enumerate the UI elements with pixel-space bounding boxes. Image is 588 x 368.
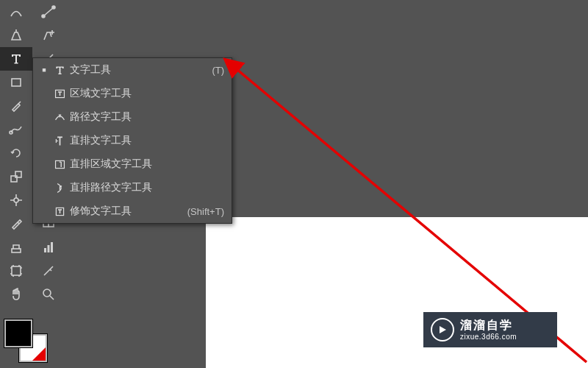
path-type-icon bbox=[49, 111, 70, 124]
svg-point-0 bbox=[42, 15, 45, 18]
flyout-item-vertical-type[interactable]: 直排文字工具 bbox=[33, 129, 232, 152]
tool-rectangle[interactable] bbox=[0, 71, 32, 94]
area-type-icon bbox=[49, 88, 70, 100]
svg-rect-12 bbox=[51, 242, 53, 252]
vertical-type-icon bbox=[49, 135, 70, 147]
flyout-label: 路径文字工具 bbox=[70, 110, 224, 124]
flyout-item-vertical-area-type[interactable]: 直排区域文字工具 bbox=[33, 152, 232, 176]
flyout-label: 直排区域文字工具 bbox=[70, 158, 224, 171]
svg-point-6 bbox=[14, 198, 18, 202]
vertical-path-type-icon bbox=[49, 182, 70, 194]
vertical-area-type-icon bbox=[49, 158, 70, 171]
tool-slice[interactable] bbox=[32, 259, 65, 283]
svg-rect-13 bbox=[12, 266, 21, 275]
flyout-item-type[interactable]: ■ 文字工具 (T) bbox=[33, 58, 232, 82]
tool-symbol-sprayer[interactable] bbox=[0, 236, 32, 259]
svg-point-14 bbox=[43, 289, 51, 297]
svg-rect-2 bbox=[12, 79, 21, 86]
play-icon bbox=[431, 318, 454, 342]
flyout-item-touch-type[interactable]: 修饰文字工具 (Shift+T) bbox=[33, 199, 232, 223]
svg-point-1 bbox=[52, 6, 55, 9]
tool-type[interactable] bbox=[0, 47, 32, 71]
touch-type-icon bbox=[49, 205, 70, 218]
svg-rect-9 bbox=[12, 249, 21, 252]
svg-marker-20 bbox=[440, 326, 446, 333]
svg-rect-10 bbox=[44, 248, 46, 252]
type-icon bbox=[49, 64, 70, 77]
flyout-shortcut: (Shift+T) bbox=[187, 206, 224, 217]
tool-scale[interactable] bbox=[0, 165, 32, 188]
tool-rotate[interactable] bbox=[0, 141, 32, 165]
tool-graph[interactable] bbox=[32, 236, 65, 259]
flyout-label: 修饰文字工具 bbox=[70, 205, 187, 218]
flyout-item-path-type[interactable]: 路径文字工具 bbox=[33, 105, 232, 129]
flyout-label: 直排文字工具 bbox=[70, 134, 224, 147]
tool-eyedropper[interactable] bbox=[0, 212, 32, 236]
flyout-item-vertical-path-type[interactable]: 直排路径文字工具 bbox=[33, 176, 232, 199]
tool-anchor[interactable] bbox=[32, 0, 65, 24]
flyout-label: 区域文字工具 bbox=[70, 87, 224, 100]
tool-hand[interactable] bbox=[0, 283, 32, 306]
flyout-label: 直排路径文字工具 bbox=[70, 181, 224, 194]
watermark: 溜溜自学 zixue.3d66.com bbox=[423, 312, 557, 347]
foreground-color-swatch[interactable] bbox=[4, 319, 32, 347]
tool-artboard[interactable] bbox=[0, 259, 32, 283]
tool-pen-add[interactable] bbox=[32, 24, 65, 47]
watermark-title: 溜溜自学 bbox=[460, 318, 517, 332]
flyout-item-area-type[interactable]: 区域文字工具 bbox=[33, 82, 232, 105]
tool-scissors[interactable] bbox=[0, 118, 32, 141]
color-swatches[interactable] bbox=[4, 319, 47, 362]
flyout-label: 文字工具 bbox=[70, 63, 212, 77]
tool-width[interactable] bbox=[0, 188, 32, 212]
tool-pen[interactable] bbox=[0, 24, 32, 47]
tool-curvature[interactable] bbox=[0, 0, 32, 24]
watermark-url: zixue.3d66.com bbox=[460, 333, 517, 342]
selected-bullet: ■ bbox=[39, 66, 49, 74]
flyout-shortcut: (T) bbox=[212, 65, 224, 76]
tool-zoom[interactable] bbox=[32, 283, 65, 306]
svg-rect-11 bbox=[48, 245, 50, 252]
tool-paintbrush[interactable] bbox=[0, 94, 32, 118]
type-tool-flyout: ■ 文字工具 (T) 区域文字工具 路径文字工具 直排文字工具 直排区域文字工具… bbox=[32, 57, 232, 224]
